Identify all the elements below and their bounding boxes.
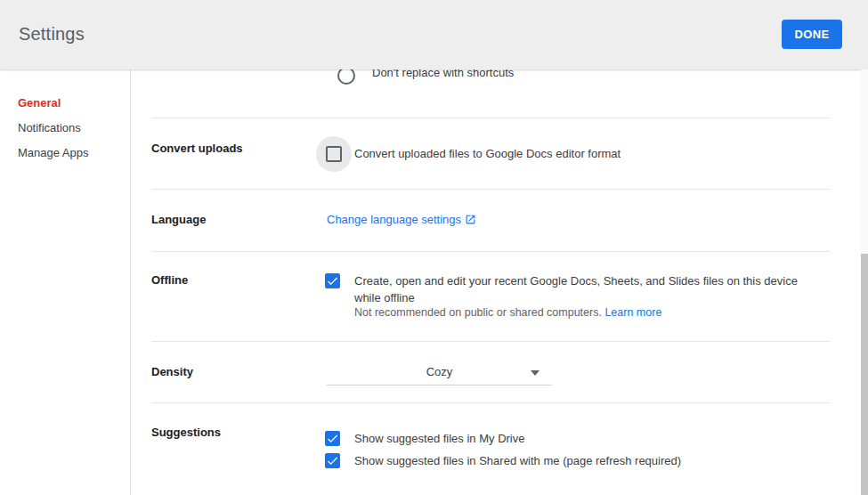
sidebar-item-general[interactable]: General [0,91,130,116]
change-language-link[interactable]: Change language settings [327,213,476,226]
density-select[interactable]: Cozy [327,361,552,385]
open-in-new-icon [465,214,476,225]
offline-checkbox[interactable] [325,273,340,288]
sidebar-item-notifications[interactable]: Notifications [0,116,130,141]
checkmark-icon [326,432,339,445]
suggestions-my-drive-checkbox[interactable] [325,431,340,446]
row-label-convert-uploads: Convert uploads [151,142,243,156]
row-label-offline: Offline [151,273,188,288]
sidebar-item-manage-apps[interactable]: Manage Apps [0,141,130,166]
suggestions-my-drive-label: Show suggested files in My Drive [354,432,524,446]
suggestions-shared-checkbox[interactable] [325,453,340,468]
scrollbar [861,69,868,495]
settings-row-shortcuts: Don't replace with shortcuts [151,69,830,118]
settings-dialog: Settings DONE General Notifications Mana… [0,0,868,495]
row-label-density: Density [151,365,193,379]
sidebar-list: General Notifications Manage Apps [0,69,130,166]
row-label-suggestions: Suggestions [151,426,221,440]
row-label-language: Language [151,213,206,227]
density-select-value: Cozy [327,361,552,384]
suggestions-shared-label: Show suggested files in Shared with me (… [354,454,681,468]
scrollbar-thumb[interactable] [861,254,868,495]
settings-row-density: Density Cozy [151,341,830,402]
checkmark-icon [326,454,339,467]
dialog-header: Settings DONE [0,0,868,69]
convert-uploads-checkbox[interactable] [326,146,342,162]
offline-note: Not recommended on public or shared comp… [354,305,661,320]
settings-row-suggestions: Suggestions Show suggested files in My D… [151,402,830,495]
radio-dont-replace-with-shortcuts[interactable] [337,67,355,85]
learn-more-link[interactable]: Learn more [604,306,661,319]
change-language-link-label: Change language settings [327,213,461,226]
settings-sidebar: General Notifications Manage Apps [0,69,131,495]
chevron-down-icon [531,370,539,376]
convert-uploads-checkbox-label: Convert uploaded files to Google Docs ed… [354,147,621,161]
offline-note-text: Not recommended on public or shared comp… [354,306,602,319]
settings-row-offline: Offline Create, open and edit your recen… [151,251,830,341]
offline-checkbox-label: Create, open and edit your recent Google… [354,272,817,306]
settings-row-language: Language Change language settings [151,189,830,251]
checkmark-icon [326,274,339,288]
done-button[interactable]: DONE [782,20,842,49]
settings-row-convert-uploads: Convert uploads Convert uploaded files t… [151,118,830,189]
settings-content: Don't replace with shortcuts Convert upl… [132,69,861,495]
page-title: Settings [19,24,85,45]
